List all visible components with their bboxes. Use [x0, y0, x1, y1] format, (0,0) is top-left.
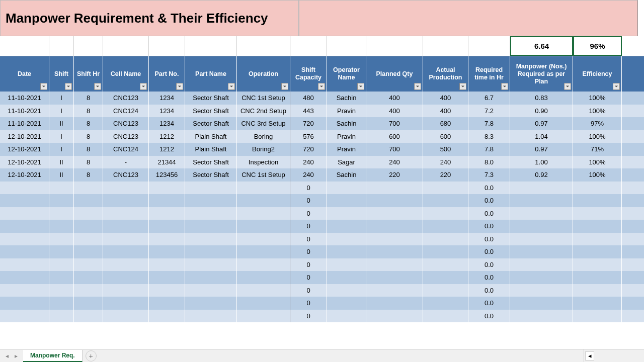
cell-shiftcap[interactable]: 576	[290, 130, 327, 143]
cell-shifthr[interactable]	[74, 310, 103, 323]
cell-date[interactable]: 12-10-2021	[0, 130, 49, 143]
cell-planqty[interactable]: 400	[366, 92, 423, 105]
cell-date[interactable]	[0, 194, 49, 207]
summary-efficiency-total[interactable]: 96%	[573, 36, 622, 56]
cell-partno[interactable]	[149, 220, 185, 233]
cell-shift[interactable]: II	[49, 156, 74, 169]
cell-date[interactable]: 12-10-2021	[0, 156, 49, 169]
cell-partno[interactable]	[149, 310, 185, 323]
cell-partno[interactable]	[149, 284, 185, 297]
cell-cellname[interactable]: CNC124	[103, 105, 149, 118]
cell-shifthr[interactable]	[74, 220, 103, 233]
add-sheet-button[interactable]: +	[86, 350, 97, 361]
cell-shift[interactable]	[49, 182, 74, 195]
column-header[interactable]: Part No.	[149, 56, 185, 92]
cell-shiftcap[interactable]: 480	[290, 92, 327, 105]
cell-shifthr[interactable]: 8	[74, 105, 103, 118]
cell-eff[interactable]	[573, 258, 622, 272]
cell-shifthr[interactable]: 8	[74, 143, 103, 156]
cell-operation[interactable]: Boring	[237, 130, 290, 143]
cell-shift[interactable]: II	[49, 117, 74, 130]
cell-partname[interactable]	[185, 284, 237, 297]
cell-shifthr[interactable]	[74, 182, 103, 195]
cell-partno[interactable]: 123456	[149, 168, 185, 182]
cell-shifthr[interactable]	[74, 194, 103, 207]
cell-shiftcap[interactable]: 0	[290, 220, 327, 233]
summary-blank[interactable]	[423, 36, 468, 56]
tab-manpower-req[interactable]: Manpower Req.	[23, 350, 83, 362]
column-header[interactable]: Shift	[49, 56, 74, 92]
cell-shift[interactable]	[49, 233, 74, 246]
cell-planqty[interactable]	[366, 258, 423, 272]
column-header[interactable]: Planned Qty	[366, 56, 423, 92]
cell-manpower[interactable]: 0.83	[510, 92, 573, 105]
cell-partno[interactable]	[149, 207, 185, 220]
cell-eff[interactable]	[573, 194, 622, 207]
cell-date[interactable]	[0, 310, 49, 323]
cell-shiftcap[interactable]: 0	[290, 182, 327, 195]
cell-planqty[interactable]: 240	[366, 156, 423, 169]
cell-shiftcap[interactable]: 0	[290, 284, 327, 297]
column-header[interactable]: Date	[0, 56, 49, 92]
cell-actprod[interactable]	[423, 207, 468, 220]
cell-operation[interactable]	[237, 194, 290, 207]
summary-blank[interactable]	[49, 36, 74, 56]
cell-manpower[interactable]	[510, 220, 573, 233]
cell-eff[interactable]: 97%	[573, 117, 622, 130]
summary-blank[interactable]	[290, 36, 327, 56]
cell-manpower[interactable]: 0.90	[510, 105, 573, 118]
cell-shifthr[interactable]	[74, 245, 103, 258]
cell-shift[interactable]	[49, 245, 74, 258]
cell-eff[interactable]	[573, 297, 622, 310]
cell-shift[interactable]	[49, 194, 74, 207]
cell-opname[interactable]	[327, 194, 366, 207]
summary-blank[interactable]	[0, 36, 49, 56]
cell-reqtime[interactable]: 0.0	[468, 310, 510, 323]
cell-manpower[interactable]	[510, 284, 573, 297]
cell-date[interactable]	[0, 207, 49, 220]
cell-partname[interactable]	[185, 297, 237, 310]
cell-shifthr[interactable]	[74, 233, 103, 246]
cell-reqtime[interactable]: 7.3	[468, 168, 510, 182]
cell-opname[interactable]	[327, 182, 366, 195]
cell-manpower[interactable]	[510, 194, 573, 207]
cell-partno[interactable]	[149, 245, 185, 258]
cell-partname[interactable]: Sector Shaft	[185, 156, 237, 169]
cell-shiftcap[interactable]: 0	[290, 245, 327, 258]
cell-eff[interactable]	[573, 310, 622, 323]
cell-shift[interactable]	[49, 207, 74, 220]
cell-shift[interactable]	[49, 310, 74, 323]
cell-shiftcap[interactable]: 0	[290, 233, 327, 246]
cell-reqtime[interactable]: 7.8	[468, 117, 510, 130]
cell-cellname[interactable]	[103, 284, 149, 297]
cell-eff[interactable]: 100%	[573, 105, 622, 118]
tab-prev-icon[interactable]: ◂	[3, 352, 11, 360]
filter-dropdown-icon[interactable]	[140, 83, 147, 90]
cell-partname[interactable]: Sector Shaft	[185, 105, 237, 118]
cell-opname[interactable]: Sachin	[327, 168, 366, 182]
cell-eff[interactable]	[573, 220, 622, 233]
cell-date[interactable]: 11-10-2021	[0, 92, 49, 105]
cell-date[interactable]: 12-10-2021	[0, 168, 49, 182]
cell-shift[interactable]	[49, 284, 74, 297]
filter-dropdown-icon[interactable]	[613, 83, 620, 90]
cell-eff[interactable]	[573, 245, 622, 258]
cell-cellname[interactable]: CNC123	[103, 168, 149, 182]
cell-manpower[interactable]	[510, 245, 573, 258]
cell-shift[interactable]: I	[49, 105, 74, 118]
cell-shifthr[interactable]	[74, 258, 103, 272]
cell-eff[interactable]	[573, 233, 622, 246]
cell-operation[interactable]	[237, 207, 290, 220]
cell-partname[interactable]: Plain Shaft	[185, 143, 237, 156]
cell-date[interactable]	[0, 258, 49, 272]
cell-shiftcap[interactable]: 0	[290, 207, 327, 220]
cell-shifthr[interactable]: 8	[74, 92, 103, 105]
cell-shifthr[interactable]: 8	[74, 130, 103, 143]
cell-actprod[interactable]: 400	[423, 105, 468, 118]
filter-dropdown-icon[interactable]	[281, 83, 288, 90]
cell-manpower[interactable]: 0.92	[510, 168, 573, 182]
cell-partno[interactable]: 1212	[149, 130, 185, 143]
cell-partno[interactable]	[149, 297, 185, 310]
cell-partname[interactable]: Plain Shaft	[185, 130, 237, 143]
cell-manpower[interactable]	[510, 207, 573, 220]
